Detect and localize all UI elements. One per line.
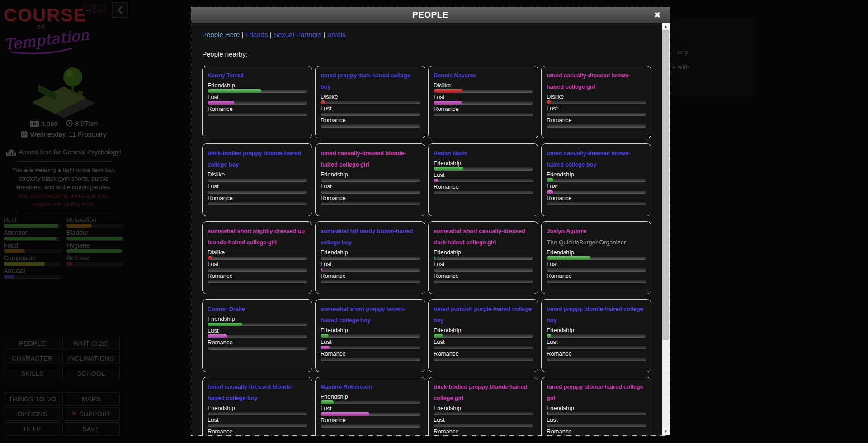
person-card: toned casually-dressed brown-haired coll… bbox=[541, 143, 651, 216]
stat-meter-lust: Lust bbox=[208, 261, 307, 272]
scroll-up-icon[interactable]: ▲ bbox=[662, 23, 670, 30]
person-name-link[interactable]: somewhat tall nerdy brown-haired college… bbox=[321, 225, 420, 248]
person-card: somewhat short slightly dressed up blond… bbox=[202, 221, 312, 294]
stat-meter-lust: Lust bbox=[208, 94, 307, 105]
person-name-link[interactable]: toned preppy dark-haired college boy bbox=[321, 70, 420, 92]
person-card: toned preppy blonde-haired college boyFr… bbox=[541, 299, 651, 372]
stat-meter-romance: Romance bbox=[321, 350, 420, 361]
person-name-link[interactable]: toned preppy blonde-haired college boy bbox=[547, 303, 646, 326]
stat-meter-lust: Lust bbox=[434, 171, 533, 182]
stat-fill bbox=[434, 179, 438, 182]
person-name-link[interactable]: toned casually-dressed blonde-haired col… bbox=[208, 381, 307, 404]
stat-track bbox=[434, 256, 533, 260]
stat-meter-lust: Lust bbox=[321, 183, 420, 194]
stat-track bbox=[208, 101, 307, 105]
stat-label: Lust bbox=[547, 338, 646, 345]
stat-label: Lust bbox=[434, 171, 533, 178]
person-name-link[interactable]: Joslyn Aguirre bbox=[547, 225, 646, 237]
stat-label: Friendship bbox=[547, 249, 646, 256]
stat-track bbox=[321, 112, 420, 116]
person-card: thick-bodied preppy blonde-haired colleg… bbox=[428, 377, 538, 435]
game-root: rely k with COURSE OF Temptation ← → bbox=[0, 0, 868, 443]
person-name-link[interactable]: Conner Drake bbox=[208, 303, 307, 314]
stat-track bbox=[547, 280, 646, 283]
stat-meter-romance: Romance bbox=[208, 428, 307, 435]
stat-meter-friendship: Friendship bbox=[547, 327, 646, 338]
stat-label: Romance bbox=[434, 428, 533, 435]
stat-label: Romance bbox=[547, 117, 646, 124]
person-name-link[interactable]: toned casually-dressed brown-haired coll… bbox=[547, 70, 646, 92]
stat-meter-lust: Lust bbox=[208, 327, 307, 338]
stat-label: Romance bbox=[208, 272, 307, 279]
stat-fill bbox=[434, 101, 462, 105]
stat-fill bbox=[434, 89, 462, 93]
stat-track bbox=[547, 268, 646, 272]
person-name-link[interactable]: toned punkish purple-haired college boy bbox=[434, 303, 533, 326]
stat-label: Friendship bbox=[547, 327, 646, 333]
stat-label: Friendship bbox=[321, 171, 420, 178]
stat-track bbox=[321, 280, 420, 283]
stat-fill bbox=[208, 89, 261, 93]
person-name-link[interactable]: somewhat short casually-dressed dark-hai… bbox=[434, 225, 533, 248]
stat-label: Romance bbox=[208, 195, 307, 201]
person-name-link[interactable]: Aedan Nash bbox=[434, 148, 533, 159]
tab-rivals[interactable]: Rivals bbox=[327, 31, 346, 38]
stat-fill bbox=[434, 167, 463, 171]
stat-meter-lust: Lust bbox=[547, 416, 646, 427]
stat-label: Dislike bbox=[208, 249, 307, 256]
stat-fill bbox=[321, 100, 325, 104]
person-card: Maximo RobertsonFriendshipLustRomance bbox=[315, 377, 425, 435]
stat-track bbox=[547, 334, 646, 338]
stat-label: Lust bbox=[321, 338, 420, 345]
stat-label: Friendship bbox=[434, 327, 533, 333]
people-tabs: People Here | Friends | Sexual Partners … bbox=[202, 31, 662, 38]
stat-track bbox=[434, 412, 533, 415]
stat-fill bbox=[208, 323, 242, 326]
stat-meter-friendship: Friendship bbox=[208, 315, 307, 326]
stat-label: Friendship bbox=[434, 249, 533, 256]
stat-label: Romance bbox=[321, 272, 420, 279]
person-name-link[interactable]: somewhat short preppy brown-haired colle… bbox=[321, 303, 420, 326]
stat-meter-friendship: Friendship bbox=[321, 249, 420, 260]
person-card: somewhat short preppy brown-haired colle… bbox=[315, 299, 425, 372]
person-name-link[interactable]: toned casually-dressed blonde-haired col… bbox=[321, 148, 420, 170]
dialog-scrollbar[interactable]: ▲ ▼ bbox=[662, 23, 670, 435]
stat-meter-romance: Romance bbox=[208, 105, 307, 116]
stat-meter-lust: Lust bbox=[434, 261, 533, 272]
person-card: Joslyn AguirreThe QuickieBurger Organize… bbox=[541, 221, 651, 294]
stat-label: Lust bbox=[434, 338, 533, 345]
stat-track bbox=[547, 412, 646, 415]
stat-track bbox=[547, 100, 646, 104]
stat-meter-friendship: Friendship bbox=[547, 171, 646, 182]
tab-sexual-partners[interactable]: Sexual Partners bbox=[274, 31, 322, 38]
person-name-link[interactable]: toned casually-dressed brown-haired coll… bbox=[547, 148, 646, 170]
person-card: toned punkish purple-haired college boyF… bbox=[428, 299, 538, 372]
person-name-link[interactable]: thick-bodied preppy blonde-haired colleg… bbox=[434, 381, 533, 404]
stat-label: Romance bbox=[547, 350, 646, 357]
person-name-link[interactable]: Kenny Terrell bbox=[208, 70, 307, 81]
stat-label: Dislike bbox=[547, 93, 646, 100]
person-card: Aedan NashFriendshipLustRomance bbox=[428, 143, 538, 216]
stat-track bbox=[547, 202, 646, 205]
person-name-link[interactable]: toned preppy blonde-haired college girl bbox=[547, 381, 646, 404]
person-name-link[interactable]: Maximo Robertson bbox=[321, 381, 420, 392]
stat-meter-romance: Romance bbox=[434, 428, 533, 435]
stat-label: Friendship bbox=[321, 249, 420, 256]
scroll-down-icon[interactable]: ▼ bbox=[662, 428, 670, 435]
person-card: toned casually-dressed blonde-haired col… bbox=[202, 377, 312, 435]
tab-friends[interactable]: Friends bbox=[245, 31, 268, 38]
tab-people-here[interactable]: People Here bbox=[202, 31, 240, 38]
stat-track bbox=[321, 424, 420, 428]
stat-track bbox=[208, 89, 307, 93]
stat-track bbox=[208, 346, 307, 350]
close-icon[interactable]: ✖ bbox=[654, 7, 660, 23]
scrollbar-thumb[interactable] bbox=[662, 30, 669, 340]
stat-track bbox=[434, 167, 533, 171]
stat-meter-friendship: Friendship bbox=[208, 82, 307, 93]
stat-track bbox=[434, 268, 533, 272]
stat-track bbox=[547, 178, 646, 182]
stat-label: Lust bbox=[547, 105, 646, 112]
person-name-link[interactable]: Dennis Navarro bbox=[434, 70, 533, 81]
person-name-link[interactable]: somewhat short slightly dressed up blond… bbox=[208, 225, 307, 248]
person-name-link[interactable]: thick-bodied preppy blonde-haired colleg… bbox=[208, 148, 307, 170]
